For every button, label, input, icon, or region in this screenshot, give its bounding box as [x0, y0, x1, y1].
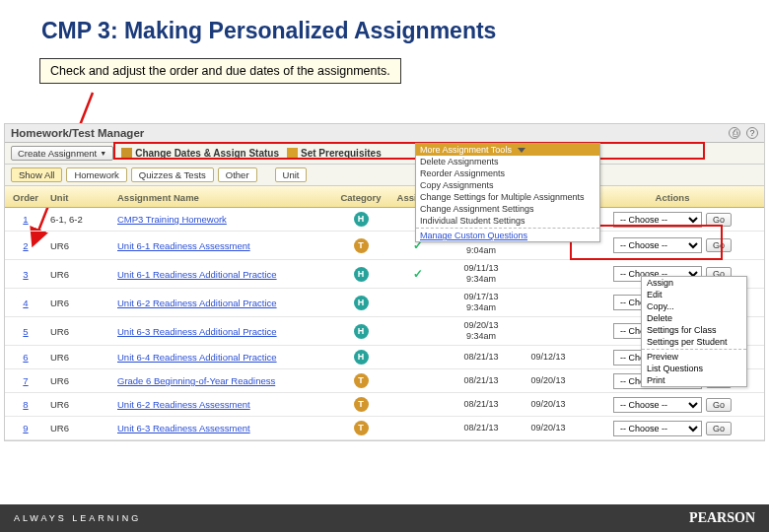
order-link[interactable]: 6: [23, 352, 28, 363]
create-assignment-label: Create Assignment: [18, 148, 97, 159]
change-dates-label: Change Dates & Assign Status: [135, 148, 279, 159]
menu-item[interactable]: Individual Student Settings: [416, 215, 599, 227]
window-header: Homework/Test Manager ⎙ ?: [5, 124, 764, 143]
actions-select[interactable]: -- Choose --: [613, 212, 702, 228]
assignment-name-link[interactable]: Unit 6-2 Readiness Assessment: [117, 399, 250, 410]
table-row: 16-1, 6-2CMP3 Training HomeworkH09/11/13…: [5, 208, 764, 232]
unit-cell: UR6: [46, 295, 113, 311]
pearson-logo: PEARSON: [689, 510, 755, 526]
menu-item[interactable]: Copy Assignments: [416, 179, 599, 191]
col-actions: Actions: [581, 186, 764, 207]
go-button[interactable]: Go: [706, 398, 732, 412]
start-cell: 08/21/13: [447, 349, 516, 366]
row-actions-menu: Assign Edit Copy... Delete Settings for …: [641, 276, 747, 387]
slide-title: CMP 3: Making Personalized Assignments: [0, 0, 769, 54]
ctx-assign[interactable]: Assign: [642, 277, 746, 289]
category-badge: T: [354, 397, 369, 412]
due-cell: 09/20/13: [516, 396, 581, 413]
unit-cell: UR6: [46, 266, 113, 283]
ctx-print[interactable]: Print: [642, 374, 746, 386]
footer-tagline: ALWAYS LEARNING: [14, 513, 141, 523]
assignment-name-link[interactable]: Unit 6-1 Readiness Additional Practice: [117, 269, 277, 280]
category-badge: H: [354, 296, 369, 310]
table-row: 9UR6Unit 6-3 Readiness AssessmentT08/21/…: [5, 417, 764, 440]
ctx-list-questions[interactable]: List Questions: [642, 363, 746, 374]
order-link[interactable]: 8: [23, 399, 28, 410]
ctx-settings-student[interactable]: Settings per Student: [642, 336, 746, 348]
go-button[interactable]: Go: [706, 422, 732, 435]
order-link[interactable]: 9: [23, 423, 28, 433]
more-tools-dropdown: More Assignment Tools Delete Assignments…: [415, 143, 600, 242]
filter-homework[interactable]: Homework: [66, 167, 126, 182]
assignment-name-link[interactable]: Unit 6-3 Readiness Additional Practice: [117, 326, 277, 337]
menu-item[interactable]: Delete Assignments: [416, 156, 599, 167]
assignment-name-link[interactable]: Unit 6-4 Readiness Additional Practice: [117, 352, 277, 363]
menu-item[interactable]: Reorder Assignments: [416, 167, 599, 179]
go-button[interactable]: Go: [706, 213, 732, 227]
assignment-name-link[interactable]: Unit 6-3 Readiness Assessment: [117, 423, 250, 433]
order-link[interactable]: 7: [23, 375, 28, 386]
filter-other[interactable]: Other: [218, 167, 257, 182]
table-row: 8UR6Unit 6-2 Readiness AssessmentT08/21/…: [5, 393, 764, 417]
start-cell: 09/17/139:34am: [447, 289, 516, 316]
col-category[interactable]: Category: [332, 186, 389, 207]
slide-footer: ALWAYS LEARNING PEARSON: [0, 504, 769, 532]
more-tools-label: More Assignment Tools: [420, 145, 512, 155]
change-dates-link[interactable]: Change Dates & Assign Status: [121, 148, 279, 159]
more-tools-header[interactable]: More Assignment Tools: [416, 144, 599, 156]
unit-cell: 6-1, 6-2: [46, 211, 113, 228]
check-icon: ✓: [413, 267, 423, 281]
unit-cell: UR6: [46, 396, 113, 413]
primary-toolbar: Create Assignment ▼ Change Dates & Assig…: [5, 143, 764, 165]
due-cell: [516, 271, 581, 277]
due-cell: [516, 299, 581, 305]
due-cell: [516, 242, 581, 248]
prerequisites-icon: [287, 148, 298, 159]
ctx-delete[interactable]: Delete: [642, 312, 746, 324]
col-order[interactable]: Order: [5, 186, 46, 207]
actions-select[interactable]: -- Choose --: [613, 421, 702, 436]
order-link[interactable]: 2: [23, 240, 28, 251]
help-icon[interactable]: ?: [746, 127, 758, 139]
col-name[interactable]: Assignment Name: [113, 186, 332, 207]
ctx-settings-class[interactable]: Settings for Class: [642, 324, 746, 336]
assignment-name-link[interactable]: Unit 6-2 Readiness Additional Practice: [117, 298, 277, 308]
order-link[interactable]: 4: [23, 298, 28, 308]
go-button[interactable]: Go: [706, 238, 732, 252]
start-cell: 08/21/13: [447, 396, 516, 413]
category-badge: T: [354, 238, 369, 253]
create-assignment-button[interactable]: Create Assignment ▼: [11, 146, 113, 161]
ctx-preview[interactable]: Preview: [642, 351, 746, 363]
col-unit[interactable]: Unit: [46, 186, 113, 207]
category-badge: H: [354, 267, 369, 282]
due-cell: [516, 328, 581, 334]
actions-select[interactable]: -- Choose --: [613, 397, 702, 413]
filter-unit[interactable]: Unit: [275, 167, 308, 182]
start-cell: 09/20/139:34am: [447, 317, 516, 345]
print-icon[interactable]: ⎙: [729, 127, 740, 139]
assignment-name-link[interactable]: CMP3 Training Homework: [117, 214, 227, 225]
assignment-name-link[interactable]: Unit 6-1 Readiness Assessment: [117, 240, 250, 251]
filter-show-all[interactable]: Show All: [11, 167, 62, 182]
set-prerequisites-link[interactable]: Set Prerequisites: [287, 148, 382, 159]
order-link[interactable]: 1: [23, 214, 28, 225]
start-cell: 09/11/139:34am: [447, 260, 516, 288]
menu-item[interactable]: Change Assignment Settings: [416, 203, 599, 215]
unit-cell: UR6: [46, 349, 113, 366]
order-link[interactable]: 3: [23, 269, 28, 280]
table-header: Order Unit Assignment Name Category Assi…: [5, 186, 764, 208]
ctx-copy[interactable]: Copy...: [642, 300, 746, 312]
assignment-name-link[interactable]: Grade 6 Beginning-of-Year Readiness: [117, 375, 275, 386]
category-badge: H: [354, 324, 369, 339]
ctx-edit[interactable]: Edit: [642, 289, 746, 300]
category-badge: T: [354, 421, 369, 435]
menu-item[interactable]: Change Settings for Multiple Assignments: [416, 191, 599, 203]
filter-quizzes[interactable]: Quizzes & Tests: [131, 167, 214, 182]
manage-custom-questions-link[interactable]: Manage Custom Questions: [416, 230, 599, 241]
table-row: 2UR6Unit 6-1 Readiness AssessmentT✓09/09…: [5, 232, 764, 260]
set-prerequisites-label: Set Prerequisites: [301, 148, 382, 159]
actions-select[interactable]: -- Choose --: [613, 237, 702, 253]
start-cell: 08/21/13: [447, 420, 516, 436]
order-link[interactable]: 5: [23, 326, 28, 337]
unit-cell: UR6: [46, 237, 113, 254]
